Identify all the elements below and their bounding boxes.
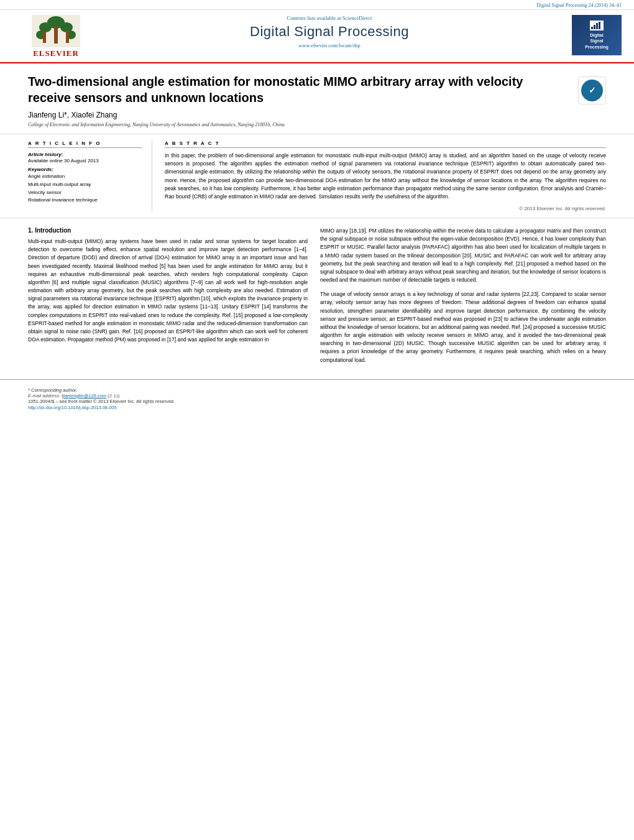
svg-rect-10: [594, 25, 595, 29]
citation-text: Digital Signal Processing 24 (2014) 34–4…: [536, 2, 622, 8]
corresponding-author-note: * Corresponding author.: [28, 387, 606, 393]
article-title: Two-dimensional angle estimation for mon…: [28, 73, 538, 106]
svg-rect-8: [66, 30, 69, 43]
abstract-copyright: © 2013 Elsevier Inc. All rights reserved…: [165, 206, 606, 211]
crossmark-badge[interactable]: ✓: [578, 76, 606, 104]
crossmark-icon: ✓: [581, 80, 603, 101]
journal-badge-section: Digital Signal Processing: [559, 15, 622, 55]
elsevier-brand-text: ELSEVIER: [33, 48, 79, 58]
article-info-column: A R T I C L E I N F O Article history: A…: [28, 141, 152, 211]
content-right-column: MIMO array [18,19]. PM utilizes the rela…: [320, 227, 606, 364]
svg-rect-11: [596, 23, 598, 29]
journal-header-center: Contents lists available at ScienceDirec…: [99, 15, 559, 48]
svg-rect-9: [591, 27, 593, 29]
journal-website-link: www.elsevier.com/locate/dsp: [112, 42, 547, 48]
keyword-2: Multi-input multi-output array: [28, 181, 142, 189]
keywords-list: Angle estimation Multi-input multi-outpu…: [28, 173, 142, 205]
affiliation-text: College of Electronic and Information En…: [28, 122, 606, 127]
authors-line: Jianfeng Li*, Xiaofei Zhang: [28, 111, 606, 119]
keyword-4: Rotational invariance technique: [28, 196, 142, 205]
content-left-column: 1. Introduction Multi-input multi-output…: [28, 227, 308, 364]
history-label: Article history:: [28, 152, 142, 157]
svg-rect-12: [599, 22, 600, 29]
doi-line: http://dx.doi.org/10.1016/j.dsp.2013.08.…: [28, 405, 606, 412]
introduction-paragraph3: The usage of velocity sensor arrays is a…: [320, 290, 606, 364]
introduction-title: 1. Introduction: [28, 227, 308, 234]
introduction-paragraph1: Multi-input multi-output (MIMO) array sy…: [28, 238, 308, 344]
svg-rect-6: [54, 26, 58, 44]
article-info-header: A R T I C L E I N F O: [28, 141, 142, 148]
abstract-column: A B S T R A C T In this paper, the probl…: [165, 141, 606, 211]
email-link[interactable]: ljianlengtin@126.com: [62, 393, 106, 399]
elsevier-logo-section: ELSEVIER: [12, 15, 99, 58]
doi-link[interactable]: http://dx.doi.org/10.1016/j.dsp.2013.08.…: [28, 405, 117, 410]
title-row: Two-dimensional angle estimation for mon…: [28, 73, 606, 106]
page-wrapper: Digital Signal Processing 24 (2014) 34–4…: [0, 0, 634, 840]
abstract-body: In this paper, the problem of two-dimens…: [165, 152, 606, 201]
badge-icon: [590, 21, 604, 30]
keywords-label: Keywords:: [28, 167, 142, 172]
issn-line: 1051-2004/$ – see front matter © 2013 El…: [28, 399, 606, 405]
elsevier-tree-icon: [32, 15, 80, 47]
elsevier-logo: ELSEVIER: [12, 15, 99, 58]
footer-section: * Corresponding author. E-mail address: …: [0, 379, 634, 417]
main-content-section: 1. Introduction Multi-input multi-output…: [0, 218, 634, 373]
contents-link: Contents lists available at ScienceDirec…: [112, 15, 547, 21]
introduction-paragraph2: MIMO array [18,19]. PM utilizes the rela…: [320, 227, 606, 284]
svg-rect-7: [43, 30, 46, 43]
citation-line: Digital Signal Processing 24 (2014) 34–4…: [0, 0, 634, 10]
badge-text: Digital Signal Processing: [585, 32, 609, 49]
available-online-value: Available online 30 August 2013: [28, 158, 142, 164]
abstract-header: A B S T R A C T: [165, 141, 606, 148]
signal-icon: [591, 22, 602, 29]
email-note: E-mail address: ljianlengtin@126.com (J.…: [28, 393, 606, 399]
journal-badge: Digital Signal Processing: [572, 15, 622, 55]
page-header: ELSEVIER Contents lists available at Sci…: [0, 10, 634, 63]
keyword-1: Angle estimation: [28, 173, 142, 181]
author-names: Jianfeng Li*, Xiaofei Zhang: [28, 111, 117, 119]
sciencedirect-link[interactable]: ScienceDirect: [342, 15, 372, 21]
journal-title: Digital Signal Processing: [112, 24, 547, 40]
keyword-3: Velocity sensor: [28, 189, 142, 197]
article-info-abstract-section: A R T I C L E I N F O Article history: A…: [0, 134, 634, 218]
article-title-section: Two-dimensional angle estimation for mon…: [0, 63, 634, 134]
website-anchor[interactable]: www.elsevier.com/locate/dsp: [298, 42, 361, 48]
